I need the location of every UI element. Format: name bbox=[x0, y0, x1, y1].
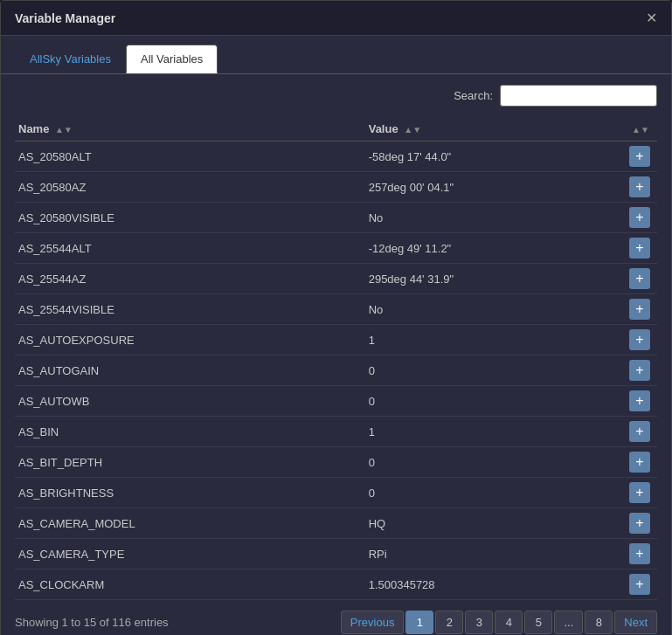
cell-value: 0 bbox=[365, 386, 626, 417]
table-row: AS_BIN 1 + bbox=[15, 417, 657, 447]
pagination-page-1[interactable]: 1 bbox=[405, 611, 433, 634]
add-row-button[interactable]: + bbox=[629, 146, 650, 167]
sort-value-icon[interactable]: ▲▼ bbox=[404, 125, 421, 135]
cell-action: + bbox=[626, 294, 657, 325]
cell-name: AS_25544VISIBLE bbox=[15, 294, 365, 325]
add-row-button[interactable]: + bbox=[629, 238, 650, 259]
cell-action: + bbox=[626, 417, 657, 447]
cell-name: AS_CAMERA_MODEL bbox=[15, 508, 365, 539]
add-row-button[interactable]: + bbox=[629, 329, 650, 350]
search-label: Search: bbox=[454, 89, 493, 102]
add-row-button[interactable]: + bbox=[629, 482, 650, 503]
pagination-page-3[interactable]: 3 bbox=[465, 611, 493, 634]
cell-value: 0 bbox=[365, 355, 626, 386]
cell-action: + bbox=[626, 233, 657, 264]
tab-all-variables[interactable]: All Variables bbox=[126, 45, 218, 73]
cell-value: -58deg 17' 44.0" bbox=[365, 141, 626, 172]
cell-value: No bbox=[365, 294, 626, 325]
table-row: AS_25544VISIBLE No + bbox=[15, 294, 657, 325]
variable-table: Name ▲▼ Value ▲▼ ▲▼ AS_20580ALT -58deg 1… bbox=[15, 117, 657, 600]
cell-name: AS_20580AZ bbox=[15, 172, 365, 203]
cell-action: + bbox=[626, 203, 657, 233]
cell-action: + bbox=[626, 141, 657, 172]
table-row: AS_BIT_DEPTH 0 + bbox=[15, 447, 657, 478]
add-row-button[interactable]: + bbox=[629, 574, 650, 595]
cell-name: AS_20580ALT bbox=[15, 141, 365, 172]
modal-header: Variable Manager ✕ bbox=[1, 1, 671, 36]
add-row-button[interactable]: + bbox=[629, 207, 650, 228]
cell-value: 257deg 00' 04.1" bbox=[365, 172, 626, 203]
add-row-button[interactable]: + bbox=[629, 421, 650, 442]
cell-action: + bbox=[626, 539, 657, 569]
cell-name: AS_AUTOEXPOSURE bbox=[15, 325, 365, 355]
cell-value: 0 bbox=[365, 478, 626, 508]
add-row-button[interactable]: + bbox=[629, 543, 650, 564]
cell-value: HQ bbox=[365, 508, 626, 539]
sort-name-icon[interactable]: ▲▼ bbox=[55, 125, 73, 135]
table-row: AS_CAMERA_MODEL HQ + bbox=[15, 508, 657, 539]
pagination-page-5[interactable]: 5 bbox=[524, 611, 552, 634]
pagination-ellipsis: ... bbox=[554, 611, 583, 634]
pagination-page-4[interactable]: 4 bbox=[495, 611, 523, 634]
close-icon[interactable]: ✕ bbox=[646, 10, 657, 26]
cell-value: 1.500345728 bbox=[365, 569, 626, 600]
table-row: AS_BRIGHTNESS 0 + bbox=[15, 478, 657, 508]
table-row: AS_20580AZ 257deg 00' 04.1" + bbox=[15, 172, 657, 203]
cell-value: -12deg 49' 11.2" bbox=[365, 233, 626, 264]
cell-action: + bbox=[626, 355, 657, 386]
variable-table-container: Name ▲▼ Value ▲▼ ▲▼ AS_20580ALT -58deg 1… bbox=[1, 117, 671, 600]
cell-action: + bbox=[626, 478, 657, 508]
pagination-next[interactable]: Next bbox=[614, 611, 657, 634]
table-row: AS_25544AZ 295deg 44' 31.9" + bbox=[15, 264, 657, 294]
cell-name: AS_BIN bbox=[15, 417, 365, 447]
tab-bar: AllSky Variables All Variables bbox=[1, 36, 671, 74]
cell-name: AS_CLOCKARM bbox=[15, 569, 365, 600]
variable-manager-modal: Variable Manager ✕ AllSky Variables All … bbox=[0, 0, 672, 635]
cell-value: 295deg 44' 31.9" bbox=[365, 264, 626, 294]
add-row-button[interactable]: + bbox=[629, 299, 650, 320]
pagination-page-2[interactable]: 2 bbox=[435, 611, 463, 634]
add-row-button[interactable]: + bbox=[629, 390, 650, 411]
table-row: AS_AUTOEXPOSURE 1 + bbox=[15, 325, 657, 355]
cell-action: + bbox=[626, 325, 657, 355]
table-row: AS_20580VISIBLE No + bbox=[15, 203, 657, 233]
table-row: AS_AUTOWB 0 + bbox=[15, 386, 657, 417]
entries-info: Showing 1 to 15 of 116 entries bbox=[15, 616, 169, 629]
pagination-prev[interactable]: Previous bbox=[341, 611, 405, 634]
table-row: AS_25544ALT -12deg 49' 11.2" + bbox=[15, 233, 657, 264]
add-row-button[interactable]: + bbox=[629, 360, 650, 381]
cell-name: AS_CAMERA_TYPE bbox=[15, 539, 365, 569]
col-value: Value ▲▼ bbox=[365, 117, 626, 141]
search-bar: Search: bbox=[1, 74, 671, 117]
table-row: AS_20580ALT -58deg 17' 44.0" + bbox=[15, 141, 657, 172]
cell-name: AS_AUTOGAIN bbox=[15, 355, 365, 386]
table-row: AS_AUTOGAIN 0 + bbox=[15, 355, 657, 386]
cell-name: AS_BRIGHTNESS bbox=[15, 478, 365, 508]
add-row-button[interactable]: + bbox=[629, 452, 650, 473]
cell-action: + bbox=[626, 447, 657, 478]
cell-value: 1 bbox=[365, 325, 626, 355]
cell-action: + bbox=[626, 172, 657, 203]
search-input[interactable] bbox=[500, 85, 657, 107]
sort-action-icon[interactable]: ▲▼ bbox=[632, 125, 649, 135]
add-row-button[interactable]: + bbox=[629, 513, 650, 534]
add-row-button[interactable]: + bbox=[629, 268, 650, 289]
col-action: ▲▼ bbox=[626, 117, 657, 141]
cell-name: AS_25544AZ bbox=[15, 264, 365, 294]
cell-name: AS_20580VISIBLE bbox=[15, 203, 365, 233]
modal-title: Variable Manager bbox=[15, 11, 115, 25]
tab-allsky-variables[interactable]: AllSky Variables bbox=[15, 45, 126, 73]
pagination: Previous 1 2 3 4 5 ... 8 Next bbox=[341, 611, 657, 634]
cell-value: 0 bbox=[365, 447, 626, 478]
col-name: Name ▲▼ bbox=[15, 117, 365, 141]
cell-value: No bbox=[365, 203, 626, 233]
cell-name: AS_25544ALT bbox=[15, 233, 365, 264]
add-row-button[interactable]: + bbox=[629, 176, 650, 197]
cell-action: + bbox=[626, 569, 657, 600]
cell-value: RPi bbox=[365, 539, 626, 569]
cell-value: 1 bbox=[365, 417, 626, 447]
pagination-page-8[interactable]: 8 bbox=[585, 611, 613, 634]
table-row: AS_CLOCKARM 1.500345728 + bbox=[15, 569, 657, 600]
cell-action: + bbox=[626, 508, 657, 539]
cell-action: + bbox=[626, 264, 657, 294]
